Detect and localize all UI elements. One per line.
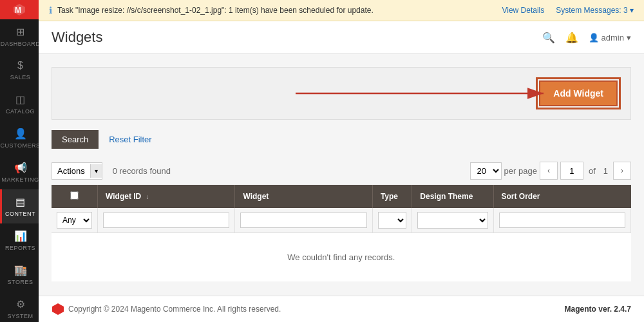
sidebar-item-system[interactable]: ⚙ System [0,292,39,322]
page-footer: Copyright © 2024 Magento Commerce Inc. A… [39,296,644,322]
per-page-select: 20 30 50 per page [470,162,537,180]
content-icon: ▤ [15,196,25,208]
filter-checkbox-cell: Any [52,208,98,233]
page-title: Widgets [52,29,102,46]
page-of-label: of [589,166,596,176]
header-actions: 🔍 🔔 👤 admin ▾ [542,32,631,44]
red-arrow [296,84,553,103]
type-filter-select[interactable] [378,212,406,229]
prev-page-button[interactable]: ‹ [540,162,558,180]
sidebar-item-label: Customers [1,142,41,149]
sort-order-filter-input[interactable] [499,213,625,228]
sidebar-item-label: Reports [5,245,35,251]
sidebar-item-label: Catalog [6,108,35,115]
system-icon: ⚙ [16,298,25,310]
per-page-dropdown[interactable]: 20 30 50 [470,162,502,180]
svg-text:M: M [15,6,21,15]
design-theme-filter-cell [412,208,493,233]
sidebar-item-customers[interactable]: 👤 Customers [0,121,39,155]
notification-message: Task "Image resize: //s/c/screenshot_1-0… [57,6,497,15]
page-number-input[interactable] [560,162,583,180]
sidebar-item-catalog[interactable]: ◫ Catalog [0,87,39,121]
marketing-icon: 📢 [14,162,27,174]
sidebar-item-sales[interactable]: $ Sales [0,53,39,87]
sidebar-item-marketing[interactable]: 📢 Marketing [0,155,39,189]
page-header: Widgets 🔍 🔔 👤 admin ▾ [39,21,644,54]
select-all-header [52,185,98,208]
design-theme-header[interactable]: Design Theme [412,185,493,208]
sidebar: M ⊞ Dashboard $ Sales ◫ Catalog 👤 Custom… [0,0,39,322]
view-details-link[interactable]: View Details [502,6,544,15]
sort-order-header[interactable]: Sort Order [493,185,630,208]
page-total: 1 [603,166,608,176]
magento-version: Magento ver. 2.4.7 [565,305,631,314]
search-icon[interactable]: 🔍 [542,32,555,44]
records-count: 0 records found [113,166,171,176]
sidebar-item-label: Content [5,211,35,217]
admin-label: admin [601,33,624,43]
sidebar-item-dashboard[interactable]: ⊞ Dashboard [0,19,39,53]
per-page-label: per page [504,166,537,176]
any-select: Any [57,212,92,229]
search-button[interactable]: Search [52,130,99,149]
widget-id-header[interactable]: Widget ID ↓ [98,185,235,208]
next-page-button[interactable]: › [613,162,631,180]
filter-bar: Search Reset Filter [52,130,631,149]
info-icon: ℹ [49,5,52,15]
sidebar-item-label: System [7,313,33,319]
sidebar-item-reports[interactable]: 📊 Reports [0,223,39,258]
main-content: ℹ Task "Image resize: //s/c/screenshot_1… [39,0,644,322]
magento-logo[interactable]: M [0,0,39,19]
footer-logo: Copyright © 2024 Magento Commerce Inc. A… [52,303,281,316]
bell-icon[interactable]: 🔔 [565,32,578,44]
actions-dropdown-arrow[interactable]: ▾ [90,164,102,178]
stores-icon: 🏬 [14,264,27,276]
type-filter-cell [372,208,412,233]
widget-filter-input[interactable] [240,213,366,228]
sidebar-item-label: Marketing [2,176,39,183]
sidebar-item-label: Stores [8,279,33,285]
sort-order-filter-cell [493,208,630,233]
footer-copyright: Copyright © 2024 Magento Commerce Inc. A… [68,305,281,314]
sales-icon: $ [17,60,23,71]
any-dropdown[interactable]: Any [57,212,92,229]
empty-row: We couldn't find any records. [52,233,631,282]
type-header[interactable]: Type [372,185,412,208]
widget-filter-cell [235,208,372,233]
sidebar-item-content[interactable]: ▤ Content [0,189,39,223]
grid-table: Widget ID ↓ Widget Type Design Theme Sor… [52,185,631,281]
catalog-icon: ◫ [15,93,25,106]
sidebar-item-label: Dashboard [1,41,41,47]
admin-menu[interactable]: 👤 admin ▾ [589,33,631,43]
actions-label: Actions [52,163,90,179]
filter-row: Any [52,208,631,233]
widget-id-filter-cell [98,208,235,233]
widget-header[interactable]: Widget [235,185,372,208]
system-messages-link[interactable]: System Messages: 3 ▾ [556,6,634,15]
notification-bar: ℹ Task "Image resize: //s/c/screenshot_1… [39,0,644,21]
grid-toolbar: Actions ▾ 0 records found 20 30 50 per p… [52,156,631,185]
pagination: 20 30 50 per page ‹ of 1 › [470,162,631,180]
footer-magento-icon [52,303,64,316]
sidebar-item-stores[interactable]: 🏬 Stores [0,258,39,292]
admin-dropdown-icon: ▾ [627,33,631,43]
admin-avatar-icon: 👤 [589,33,599,43]
dashboard-icon: ⊞ [16,26,24,38]
select-all-checkbox[interactable] [70,191,79,200]
actions-dropdown[interactable]: Actions ▾ [52,162,102,180]
reports-icon: 📊 [14,230,27,242]
sidebar-item-label: Sales [10,74,31,80]
reset-filter-button[interactable]: Reset Filter [104,130,156,149]
customers-icon: 👤 [14,128,27,140]
widget-id-filter-input[interactable] [103,213,229,228]
content-area: Add Widget Search Reset Filter Actions ▾… [39,54,644,296]
arrow-container [65,84,553,103]
sort-icon: ↓ [146,193,149,200]
empty-message: We couldn't find any records. [52,233,631,282]
design-theme-filter-select[interactable] [417,212,488,229]
add-widget-banner: Add Widget [52,67,631,120]
